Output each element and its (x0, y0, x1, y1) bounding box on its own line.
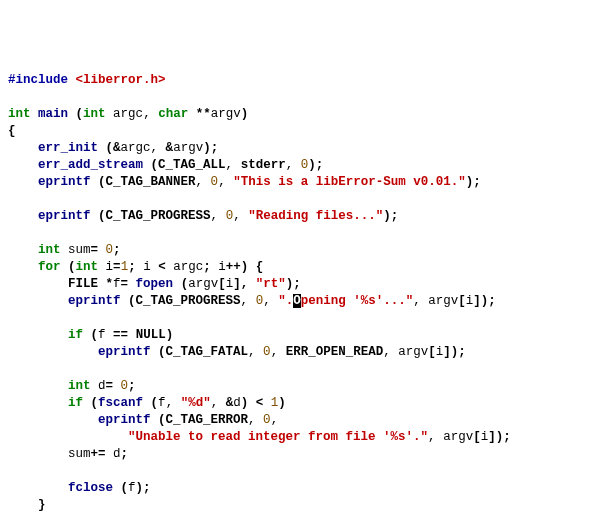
fn-fclose: fclose (68, 481, 113, 495)
preproc-include: #include (8, 73, 68, 87)
id-i: i (106, 260, 114, 274)
text-cursor: O (293, 294, 301, 308)
id-d: d (98, 379, 106, 393)
id-c-tag-all: C_TAG_ALL (158, 158, 226, 172)
kw-for: for (38, 260, 61, 274)
fn-err-init: err_init (38, 141, 98, 155)
id-argc: argc (113, 107, 143, 121)
fn-fopen: fopen (136, 277, 174, 291)
fn-main: main (38, 107, 68, 121)
str-rt: "rt" (256, 277, 286, 291)
kw-int: int (83, 107, 106, 121)
id-c-tag-progress: C_TAG_PROGRESS (106, 209, 211, 223)
kw-int: int (8, 107, 31, 121)
str-reading: "Reading files..." (248, 209, 383, 223)
id-sum: sum (68, 243, 91, 257)
fn-eprintf: eprintf (38, 175, 91, 189)
str-unable: "Unable to read integer from file '%s'." (128, 430, 428, 444)
fn-err-add-stream: err_add_stream (38, 158, 143, 172)
id-c-tag-fatal: C_TAG_FATAL (166, 345, 249, 359)
id-file: FILE (68, 277, 98, 291)
code-block: #include <liberror.h> int main (int argc… (8, 72, 594, 515)
header-name: <liberror.h> (76, 73, 166, 87)
id-null: NULL (136, 328, 166, 342)
str-pd: "%d" (181, 396, 211, 410)
kw-char: char (158, 107, 188, 121)
id-argv: argv (211, 107, 241, 121)
kw-if: if (68, 328, 83, 342)
id-c-tag-error: C_TAG_ERROR (166, 413, 249, 427)
id-stderr: stderr (241, 158, 286, 172)
str-banner: "This is a libError-Sum v0.01." (233, 175, 466, 189)
id-c-tag-banner: C_TAG_BANNER (106, 175, 196, 189)
id-f: f (113, 277, 121, 291)
fn-fscanf: fscanf (98, 396, 143, 410)
id-err-open-read: ERR_OPEN_READ (286, 345, 384, 359)
